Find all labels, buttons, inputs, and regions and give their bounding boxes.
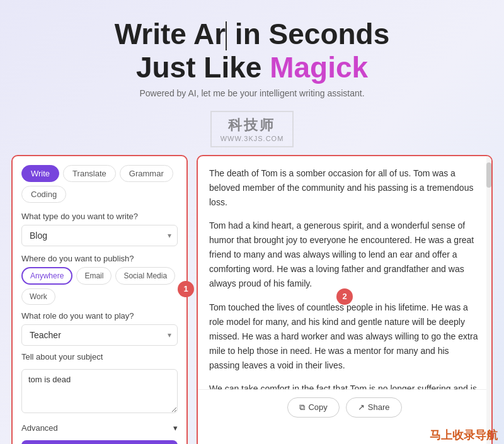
bottom-watermark: 马上收录导航	[430, 428, 498, 443]
output-para-3: Tom touched the lives of countless peopl…	[209, 300, 480, 373]
publish-label: Where do you want to publish?	[21, 254, 178, 263]
generate-button[interactable]: Generate	[21, 440, 178, 444]
output-text: The death of Tom is a somber occasion fo…	[198, 156, 491, 389]
headline-magick: Magick	[270, 51, 368, 84]
subject-textarea[interactable]: tom is dead	[21, 369, 178, 413]
scrollbar-track	[486, 156, 491, 444]
advanced-label: Advanced	[21, 423, 58, 433]
header: Write Ar in Seconds Just Like Magick Pow…	[0, 0, 504, 106]
publish-work[interactable]: Work	[21, 288, 55, 305]
output-para-4: We can take comfort in the fact that Tom…	[209, 382, 480, 389]
output-para-1: The death of Tom is a somber occasion fo…	[209, 166, 480, 210]
copy-icon: ⧉	[299, 402, 305, 413]
watermark-url: WWW.3KJS.COM	[220, 135, 284, 142]
advanced-chevron: ▾	[173, 423, 178, 433]
type-select-wrapper: Blog Article Essay Story ▾	[21, 225, 178, 246]
share-label: Share	[368, 402, 390, 412]
publish-anywhere[interactable]: Anywhere	[21, 267, 72, 285]
headline: Write Ar in Seconds Just Like Magick	[13, 18, 491, 84]
copy-button[interactable]: ⧉ Copy	[287, 397, 339, 418]
type-label: What type do you want to write?	[21, 212, 178, 221]
headline-line1: Write Ar in Seconds	[115, 18, 390, 50]
share-icon: ↗	[358, 402, 365, 412]
watermark: 科技师 WWW.3KJS.COM	[210, 111, 294, 147]
role-label: What role do you want to play?	[21, 311, 178, 321]
subject-label: Tell about your subject	[21, 352, 178, 361]
type-select[interactable]: Blog Article Essay Story	[21, 225, 178, 246]
main-content: Write Translate Grammar Coding What type…	[0, 155, 504, 444]
tab-translate[interactable]: Translate	[63, 165, 116, 182]
role-select[interactable]: Teacher Writer Expert Blogger	[21, 324, 178, 346]
publish-social[interactable]: Social Media	[115, 267, 175, 285]
tab-coding[interactable]: Coding	[21, 186, 66, 203]
publish-options: Anywhere Email Social Media Work	[21, 267, 178, 305]
tab-write[interactable]: Write	[21, 165, 59, 182]
step-badge-2: 2	[336, 288, 353, 305]
share-button[interactable]: ↗ Share	[346, 397, 402, 418]
output-actions: ⧉ Copy ↗ Share	[198, 389, 491, 425]
role-select-wrapper: Teacher Writer Expert Blogger ▾	[21, 324, 178, 346]
step-badge-1: 1	[178, 281, 194, 297]
tab-grammar[interactable]: Grammar	[120, 165, 173, 182]
watermark-title: 科技师	[220, 116, 284, 135]
output-para-2: Tom had a kind heart, a generous spirit,…	[209, 219, 480, 291]
app-container: Write Ar in Seconds Just Like Magick Pow…	[0, 0, 504, 444]
subtitle: Powered by AI, let me be your intelligen…	[13, 88, 491, 98]
right-panel: The death of Tom is a somber occasion fo…	[197, 155, 493, 444]
advanced-row[interactable]: Advanced ▾	[21, 423, 178, 433]
tabs: Write Translate Grammar Coding	[21, 165, 178, 203]
scrollbar-thumb[interactable]	[486, 162, 491, 188]
publish-email[interactable]: Email	[76, 267, 112, 285]
copy-label: Copy	[308, 402, 327, 412]
watermark-container: 科技师 WWW.3KJS.COM	[0, 111, 504, 147]
left-panel: Write Translate Grammar Coding What type…	[11, 155, 188, 444]
